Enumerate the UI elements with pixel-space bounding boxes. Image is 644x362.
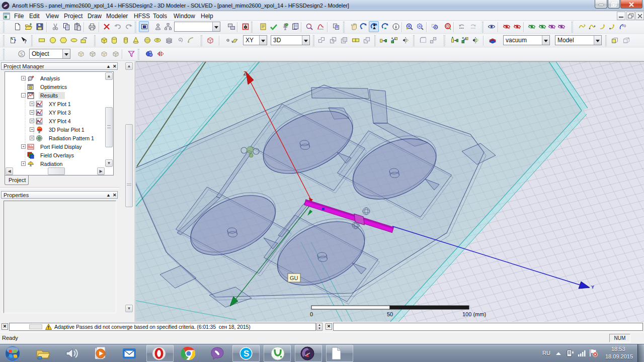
svg-text:Z: Z bbox=[244, 71, 247, 76]
svg-text:Y: Y bbox=[591, 285, 594, 290]
svg-text:0: 0 bbox=[310, 311, 313, 317]
svg-text:100 (mm): 100 (mm) bbox=[462, 311, 486, 317]
svg-text:?: ? bbox=[24, 39, 27, 44]
svg-text:50: 50 bbox=[387, 311, 393, 317]
svg-text:GU: GU bbox=[290, 275, 298, 281]
svg-text:S: S bbox=[244, 349, 249, 358]
svg-text:?: ? bbox=[14, 38, 16, 44]
svg-text:+0: +0 bbox=[622, 24, 626, 28]
svg-text:S: S bbox=[20, 51, 23, 57]
